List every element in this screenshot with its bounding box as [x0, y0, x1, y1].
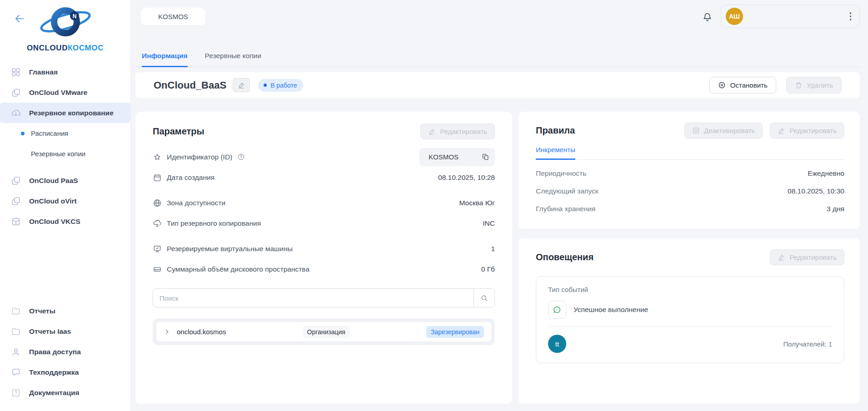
sidebar-item-reports-iaas[interactable]: Отчеты Iaas	[0, 321, 130, 342]
event-type-label: Тип событий	[548, 286, 832, 293]
param-row-disk-space: Суммарный объём дискового пространства 0…	[153, 259, 495, 279]
event-name: Успешное выполнение	[574, 306, 648, 314]
sidebar-item-oncloud-vkcs[interactable]: OnCloud VKCS	[0, 211, 130, 232]
grid-icon	[11, 67, 21, 77]
vm-name: oncloud.kosmos	[177, 328, 226, 336]
folder-icon	[11, 327, 21, 337]
monitor-check-icon	[153, 244, 162, 253]
message-smile-icon	[548, 301, 566, 319]
user-avatar[interactable]: АШ	[726, 8, 743, 25]
project-selector[interactable]: KOSMOS	[141, 8, 205, 25]
param-row-vms: Резервируемые виртуальные машины 1	[153, 238, 495, 259]
tab-backup-copies[interactable]: Резервные копии	[205, 52, 261, 67]
sidebar-item-oncloud-paas[interactable]: OnCloud PaaS	[0, 170, 130, 191]
page-header: OnCloud_BaaS В работе Остановить Удалить	[135, 72, 860, 98]
sidebar-item-home[interactable]: Главная	[0, 62, 130, 82]
hard-drive-icon	[153, 265, 162, 274]
rules-edit-button[interactable]: Редактировать	[770, 123, 844, 139]
svg-text:N: N	[72, 13, 76, 20]
tab-increments[interactable]: Инкременты	[536, 146, 575, 160]
tab-information[interactable]: Информация	[142, 52, 188, 67]
rules-title: Правила	[536, 125, 575, 136]
trash-icon	[795, 81, 803, 89]
parameters-edit-button[interactable]: Редактировать	[420, 124, 495, 139]
page-title: OnCloud_BaaS	[154, 79, 226, 91]
chevron-right-icon[interactable]	[164, 328, 170, 335]
cloud-sync-icon	[153, 219, 162, 228]
stacked-squares-icon	[11, 196, 21, 206]
copy-icon[interactable]	[482, 153, 489, 161]
status-dot-icon	[264, 84, 267, 87]
vm-status-badge: Зарезервирован	[426, 326, 484, 338]
parameters-card: Параметры Редактировать Идентификатор (I…	[135, 112, 512, 404]
calendar-icon	[153, 173, 162, 182]
param-row-backup-type: Тип резервного копирования INC	[153, 213, 495, 233]
rules-card: Правила Деактивировать Редак	[519, 112, 860, 229]
collapse-sidebar-icon[interactable]	[13, 13, 26, 25]
topbar: KOSMOS АШ	[135, 5, 860, 28]
sidebar-item-access-rights[interactable]: Права доступа	[0, 342, 130, 362]
pencil-icon	[778, 253, 785, 261]
rename-button[interactable]	[233, 78, 250, 92]
param-row-created: Дата создания 08.10.2025, 10:28	[153, 167, 495, 188]
x-square-icon	[692, 127, 700, 134]
vm-row[interactable]: oncloud.kosmos Организация Зарезервирова…	[156, 322, 491, 342]
kebab-menu-icon[interactable]	[847, 10, 854, 23]
sidebar-item-schedules[interactable]: Расписания	[0, 123, 130, 144]
sidebar-item-documentation[interactable]: Документация	[0, 382, 130, 403]
event-row: Успешное выполнение	[548, 301, 832, 319]
star-icon[interactable]	[153, 153, 162, 162]
alerts-card: Оповещения Редактировать Тип событий	[519, 238, 860, 404]
menu-spacer	[0, 232, 130, 301]
pencil-icon	[778, 127, 785, 134]
page-tabs: Информация Резервные копии	[135, 52, 860, 67]
search-icon[interactable]	[474, 289, 494, 307]
id-value-box: KOSMOS	[419, 148, 495, 166]
status-badge: В работе	[258, 79, 303, 92]
stop-button[interactable]: Остановить	[709, 77, 776, 94]
rule-row-retention: Глубина хранения 3 дня	[536, 205, 844, 213]
sidebar-item-backup-copies[interactable]: Резервные копии	[0, 144, 130, 164]
inactive-dot	[21, 152, 25, 156]
divider	[548, 327, 832, 327]
rule-row-next-run: Следующий запуск 08.10.2025, 10:30	[536, 187, 844, 195]
pencil-icon	[428, 128, 436, 135]
recipient-avatar[interactable]: tt	[548, 335, 566, 353]
parameters-title: Параметры	[153, 126, 205, 137]
cube-icon	[11, 217, 21, 227]
recipients-count: Получателей: 1	[783, 340, 832, 348]
search-input[interactable]	[153, 289, 474, 307]
sidebar: N ONCLOUDКОСМОС Главная OnCloud VMware Р…	[0, 0, 131, 411]
user-menu[interactable]: АШ	[721, 5, 860, 28]
pause-circle-icon	[718, 81, 726, 89]
vm-type-chip: Организация	[303, 326, 350, 338]
menu-gap	[0, 164, 130, 170]
alerts-title: Оповещения	[536, 252, 594, 262]
rules-tabs: Инкременты	[536, 146, 844, 160]
help-circle-icon[interactable]	[237, 153, 245, 161]
deactivate-button[interactable]: Деактивировать	[684, 123, 763, 139]
vm-list: oncloud.kosmos Организация Зарезервирова…	[153, 318, 495, 345]
brand-logo: N ONCLOUDКОСМОС	[0, 0, 130, 58]
sidebar-menu: Главная OnCloud VMware Резервное копиров…	[0, 62, 130, 411]
sidebar-item-oncloud-vmware[interactable]: OnCloud VMware	[0, 82, 130, 103]
main-area: KOSMOS АШ Информация Резервные копии OnC…	[131, 0, 868, 411]
notifications-bell-icon[interactable]	[701, 10, 713, 23]
rule-row-frequency: Периодичность Ежедневно	[536, 169, 844, 178]
cloud-download-icon	[11, 108, 21, 118]
person-icon	[11, 347, 21, 357]
chat-bubble-icon	[11, 367, 21, 377]
stacked-squares-icon	[11, 88, 21, 98]
param-row-id: Идентификатор (ID) KOSMOS	[153, 147, 495, 167]
sidebar-item-backup[interactable]: Резервное копирование	[0, 103, 130, 123]
alerts-box: Тип событий Успешное выполнение	[536, 276, 844, 363]
delete-button[interactable]: Удалить	[786, 77, 842, 94]
active-dot-icon	[21, 132, 25, 135]
sidebar-item-support[interactable]: Техподдержка	[0, 362, 130, 382]
sidebar-item-reports[interactable]: Отчеты	[0, 301, 130, 321]
recipient-row: tt Получателей: 1	[548, 335, 832, 353]
alerts-edit-button[interactable]: Редактировать	[770, 249, 844, 265]
sidebar-item-oncloud-ovirt[interactable]: OnCloud oVirt	[0, 191, 130, 211]
brand-name: ONCLOUDКОСМОС	[27, 44, 104, 53]
vm-search	[153, 288, 495, 307]
